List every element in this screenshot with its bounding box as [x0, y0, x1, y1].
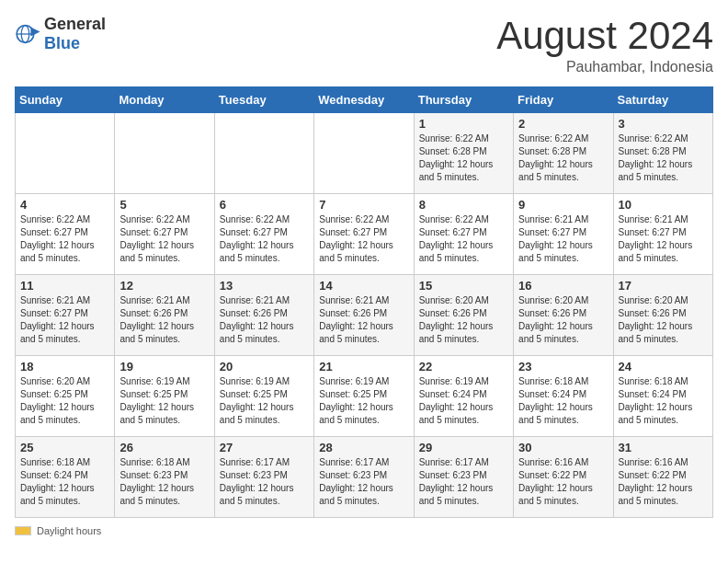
calendar-day-cell: 30Sunrise: 6:16 AM Sunset: 6:22 PM Dayli…: [514, 437, 613, 518]
day-info: Sunrise: 6:18 AM Sunset: 6:23 PM Dayligh…: [119, 456, 209, 508]
calendar-day-cell: 17Sunrise: 6:20 AM Sunset: 6:26 PM Dayli…: [613, 275, 712, 356]
day-info: Sunrise: 6:22 AM Sunset: 6:28 PM Dayligh…: [419, 132, 508, 184]
day-info: Sunrise: 6:21 AM Sunset: 6:26 PM Dayligh…: [220, 294, 309, 346]
day-info: Sunrise: 6:17 AM Sunset: 6:23 PM Dayligh…: [319, 456, 408, 508]
calendar-day-cell: 22Sunrise: 6:19 AM Sunset: 6:24 PM Dayli…: [414, 356, 513, 437]
day-number: 23: [518, 360, 608, 373]
calendar-week-row: 18Sunrise: 6:20 AM Sunset: 6:25 PM Dayli…: [16, 356, 713, 437]
logo-icon: [15, 24, 40, 44]
day-number: 11: [20, 279, 109, 293]
calendar-day-cell: 4Sunrise: 6:22 AM Sunset: 6:27 PM Daylig…: [16, 194, 115, 275]
calendar-day-header: Monday: [115, 87, 214, 113]
day-number: 20: [220, 360, 309, 373]
calendar-day-cell: 21Sunrise: 6:19 AM Sunset: 6:25 PM Dayli…: [314, 356, 414, 437]
calendar-day-cell: 9Sunrise: 6:21 AM Sunset: 6:27 PM Daylig…: [514, 194, 613, 275]
calendar-day-cell: 31Sunrise: 6:16 AM Sunset: 6:22 PM Dayli…: [613, 437, 712, 518]
day-number: 14: [319, 279, 408, 293]
calendar-day-cell: 11Sunrise: 6:21 AM Sunset: 6:27 PM Dayli…: [16, 275, 115, 356]
calendar-day-header: Thursday: [414, 87, 513, 113]
calendar-day-cell: 13Sunrise: 6:21 AM Sunset: 6:26 PM Dayli…: [214, 275, 313, 356]
calendar-day-cell: 27Sunrise: 6:17 AM Sunset: 6:23 PM Dayli…: [214, 437, 313, 518]
logo-general: General: [44, 15, 106, 33]
day-number: 19: [119, 360, 209, 373]
calendar-header-row: SundayMondayTuesdayWednesdayThursdayFrid…: [16, 87, 713, 113]
day-number: 28: [319, 441, 408, 454]
calendar-day-header: Tuesday: [214, 87, 313, 113]
calendar-day-cell: 24Sunrise: 6:18 AM Sunset: 6:24 PM Dayli…: [613, 356, 712, 437]
day-info: Sunrise: 6:18 AM Sunset: 6:24 PM Dayligh…: [619, 375, 708, 427]
day-number: 3: [619, 117, 708, 131]
calendar-day-cell: 29Sunrise: 6:17 AM Sunset: 6:23 PM Dayli…: [414, 437, 513, 518]
calendar-day-cell: 7Sunrise: 6:22 AM Sunset: 6:27 PM Daylig…: [314, 194, 414, 275]
day-number: 18: [20, 360, 109, 373]
calendar-day-cell: 5Sunrise: 6:22 AM Sunset: 6:27 PM Daylig…: [115, 194, 214, 275]
calendar-day-cell: 25Sunrise: 6:18 AM Sunset: 6:24 PM Dayli…: [16, 437, 115, 518]
day-number: 22: [419, 360, 508, 373]
day-info: Sunrise: 6:22 AM Sunset: 6:27 PM Dayligh…: [419, 213, 508, 265]
day-number: 17: [619, 279, 708, 293]
day-number: 27: [220, 441, 309, 454]
day-number: 7: [319, 198, 408, 212]
day-info: Sunrise: 6:16 AM Sunset: 6:22 PM Dayligh…: [518, 456, 608, 508]
svg-marker-4: [30, 27, 40, 36]
day-info: Sunrise: 6:16 AM Sunset: 6:22 PM Dayligh…: [619, 456, 708, 508]
day-number: 15: [419, 279, 508, 293]
day-number: 4: [20, 198, 109, 212]
calendar-day-cell: 14Sunrise: 6:21 AM Sunset: 6:26 PM Dayli…: [314, 275, 414, 356]
calendar-day-header: Saturday: [613, 87, 712, 113]
legend: Daylight hours: [15, 525, 713, 536]
calendar-day-cell: 16Sunrise: 6:20 AM Sunset: 6:26 PM Dayli…: [514, 275, 613, 356]
calendar-day-cell: 23Sunrise: 6:18 AM Sunset: 6:24 PM Dayli…: [514, 356, 613, 437]
day-number: 21: [319, 360, 408, 373]
calendar-day-cell: 6Sunrise: 6:22 AM Sunset: 6:27 PM Daylig…: [214, 194, 313, 275]
title-block: August 2024 Pauhambar, Indonesia: [496, 15, 713, 75]
day-number: 2: [518, 117, 608, 131]
day-number: 26: [119, 441, 209, 454]
calendar-day-header: Friday: [514, 87, 613, 113]
day-number: 31: [619, 441, 708, 454]
calendar-day-cell: 12Sunrise: 6:21 AM Sunset: 6:26 PM Dayli…: [115, 275, 214, 356]
day-info: Sunrise: 6:20 AM Sunset: 6:25 PM Dayligh…: [20, 375, 109, 427]
calendar-day-cell: [115, 113, 214, 194]
day-number: 29: [419, 441, 508, 454]
day-info: Sunrise: 6:22 AM Sunset: 6:28 PM Dayligh…: [619, 132, 708, 184]
calendar-day-cell: 28Sunrise: 6:17 AM Sunset: 6:23 PM Dayli…: [314, 437, 414, 518]
logo: General Blue: [15, 15, 106, 53]
day-info: Sunrise: 6:22 AM Sunset: 6:27 PM Dayligh…: [119, 213, 209, 265]
day-info: Sunrise: 6:19 AM Sunset: 6:25 PM Dayligh…: [220, 375, 309, 427]
day-info: Sunrise: 6:17 AM Sunset: 6:23 PM Dayligh…: [220, 456, 309, 508]
calendar-day-cell: [314, 113, 414, 194]
logo-blue: Blue: [44, 34, 80, 52]
day-number: 30: [518, 441, 608, 454]
calendar-day-cell: [214, 113, 313, 194]
calendar-day-cell: 1Sunrise: 6:22 AM Sunset: 6:28 PM Daylig…: [414, 113, 513, 194]
calendar-day-header: Sunday: [16, 87, 115, 113]
day-number: 16: [518, 279, 608, 293]
day-number: 24: [619, 360, 708, 373]
calendar-week-row: 4Sunrise: 6:22 AM Sunset: 6:27 PM Daylig…: [16, 194, 713, 275]
day-number: 8: [419, 198, 508, 212]
calendar-day-cell: 3Sunrise: 6:22 AM Sunset: 6:28 PM Daylig…: [613, 113, 712, 194]
calendar-day-cell: 15Sunrise: 6:20 AM Sunset: 6:26 PM Dayli…: [414, 275, 513, 356]
calendar-day-cell: 19Sunrise: 6:19 AM Sunset: 6:25 PM Dayli…: [115, 356, 214, 437]
calendar-day-cell: 10Sunrise: 6:21 AM Sunset: 6:27 PM Dayli…: [613, 194, 712, 275]
day-info: Sunrise: 6:21 AM Sunset: 6:27 PM Dayligh…: [20, 294, 109, 346]
calendar-day-cell: 2Sunrise: 6:22 AM Sunset: 6:28 PM Daylig…: [514, 113, 613, 194]
day-number: 1: [419, 117, 508, 131]
day-info: Sunrise: 6:19 AM Sunset: 6:25 PM Dayligh…: [319, 375, 408, 427]
calendar-day-cell: 20Sunrise: 6:19 AM Sunset: 6:25 PM Dayli…: [214, 356, 313, 437]
day-number: 13: [220, 279, 309, 293]
calendar-week-row: 11Sunrise: 6:21 AM Sunset: 6:27 PM Dayli…: [16, 275, 713, 356]
calendar-week-row: 25Sunrise: 6:18 AM Sunset: 6:24 PM Dayli…: [16, 437, 713, 518]
day-info: Sunrise: 6:20 AM Sunset: 6:26 PM Dayligh…: [518, 294, 608, 346]
calendar-subtitle: Pauhambar, Indonesia: [496, 59, 713, 75]
calendar-table: SundayMondayTuesdayWednesdayThursdayFrid…: [15, 86, 713, 518]
day-info: Sunrise: 6:19 AM Sunset: 6:25 PM Dayligh…: [119, 375, 209, 427]
day-info: Sunrise: 6:21 AM Sunset: 6:27 PM Dayligh…: [619, 213, 708, 265]
day-info: Sunrise: 6:17 AM Sunset: 6:23 PM Dayligh…: [419, 456, 508, 508]
day-info: Sunrise: 6:18 AM Sunset: 6:24 PM Dayligh…: [518, 375, 608, 427]
calendar-day-cell: 8Sunrise: 6:22 AM Sunset: 6:27 PM Daylig…: [414, 194, 513, 275]
day-info: Sunrise: 6:22 AM Sunset: 6:28 PM Dayligh…: [518, 132, 608, 184]
daylight-label: Daylight hours: [37, 525, 101, 536]
logo-text: General Blue: [44, 15, 106, 53]
